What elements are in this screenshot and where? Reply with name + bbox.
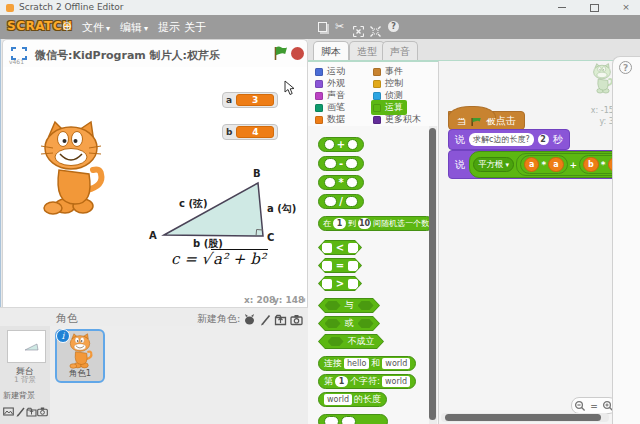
number-socket[interactable]	[324, 177, 336, 188]
boolean-socket[interactable]	[328, 337, 344, 346]
say-text-field[interactable]: 求解c边的长度?	[469, 133, 534, 146]
language-globe-icon[interactable]: ⊕	[62, 19, 72, 33]
chevron-down-icon: ▾	[144, 24, 148, 33]
operand-socket[interactable]	[348, 279, 358, 289]
less-than-block[interactable]: <	[318, 240, 362, 255]
mouse-cursor-icon	[284, 80, 295, 100]
length-of-block[interactable]: world的长度	[318, 392, 387, 407]
minimize-button[interactable]	[548, 0, 576, 15]
number-socket[interactable]	[324, 416, 339, 424]
number-socket[interactable]: 1	[333, 218, 346, 229]
green-flag-button[interactable]	[274, 46, 288, 65]
delete-scissors-icon[interactable]: ✂	[335, 20, 344, 33]
number-socket[interactable]	[347, 139, 358, 150]
zoom-out-button[interactable]	[574, 400, 586, 412]
zoom-reset-button[interactable]: =	[590, 401, 598, 411]
cat-sprite[interactable]	[31, 120, 111, 220]
boolean-socket[interactable]	[325, 319, 341, 328]
variable-a-block[interactable]: a	[548, 157, 563, 172]
variable-a-block[interactable]: a	[524, 157, 539, 172]
boolean-socket[interactable]	[358, 301, 374, 310]
number-socket[interactable]	[345, 196, 358, 207]
tab-scripts[interactable]: 脚本	[313, 41, 349, 60]
stop-button[interactable]	[291, 47, 304, 60]
operand-socket[interactable]	[322, 279, 332, 289]
stage-thumbnail[interactable]	[7, 330, 46, 363]
category-swatch	[315, 116, 323, 124]
text-socket[interactable]: world	[382, 358, 410, 369]
boolean-socket[interactable]	[358, 319, 374, 328]
help-icon[interactable]: ?	[388, 21, 399, 32]
tips-panel-flap[interactable]: ?	[612, 56, 640, 424]
number-socket[interactable]	[346, 177, 358, 188]
join-block[interactable]: 连接hello和world	[318, 356, 416, 371]
operand-socket[interactable]	[322, 261, 332, 271]
sqrt-dropdown[interactable]: 平方根▾	[473, 157, 514, 172]
number-socket[interactable]	[324, 196, 337, 207]
text-socket[interactable]: world	[382, 376, 410, 387]
scripts-hscrollbar-thumb[interactable]	[445, 414, 601, 421]
or-block[interactable]: 或	[318, 316, 380, 331]
operator-block-partial[interactable]	[318, 414, 388, 424]
paint-brush-icon[interactable]	[15, 402, 26, 413]
menu-file[interactable]: 文件▾	[82, 20, 110, 35]
operator-divide-block[interactable]: /	[318, 194, 364, 209]
pick-random-block[interactable]: 在1到10间随机选一个数	[318, 216, 434, 231]
number-socket[interactable]: 1	[335, 376, 348, 387]
seconds-field[interactable]: 2	[538, 134, 549, 145]
upload-backdrop-icon[interactable]	[26, 402, 37, 413]
collapse-arrow-icon[interactable]: ◂	[301, 295, 305, 304]
sprite-list: i 角色1	[50, 326, 308, 424]
operator-multiply-block[interactable]: *	[318, 175, 364, 190]
letter-of-block[interactable]: 第1个字符:world	[318, 374, 416, 389]
number-socket[interactable]	[341, 416, 356, 424]
camera-icon[interactable]	[290, 311, 303, 324]
tips-help-icon[interactable]: ?	[619, 61, 632, 74]
number-socket[interactable]: 10	[358, 218, 371, 229]
new-sprite-library-icon[interactable]	[243, 311, 256, 324]
operator-add-block[interactable]: +	[318, 137, 364, 152]
camera-icon[interactable]	[37, 402, 48, 413]
duplicate-stamp-icon[interactable]	[318, 22, 327, 32]
equals-block[interactable]: =	[318, 258, 362, 273]
menu-edit[interactable]: 编辑▾	[120, 20, 148, 35]
variable-b-block[interactable]: b	[583, 157, 599, 172]
close-button[interactable]: ×	[612, 0, 640, 15]
sqrt-of-block[interactable]: 平方根▾ a * a + b * b	[469, 151, 635, 178]
not-block[interactable]: 不成立	[318, 334, 384, 349]
triangle-diagram: A B C c (弦) a (勾) b (股)	[141, 167, 299, 253]
text-socket[interactable]: world	[324, 394, 352, 405]
tab-sounds[interactable]: 声音	[382, 41, 418, 60]
category-more-blocks[interactable]: 更多积木	[373, 113, 421, 126]
mouse-x-readout: x: 208	[244, 295, 275, 305]
text-socket[interactable]: hello	[344, 358, 369, 369]
tab-costumes[interactable]: 造型	[349, 41, 385, 60]
palette-scrollbar-thumb[interactable]	[429, 128, 436, 420]
when-flag-clicked-block[interactable]: 当 被点击	[448, 111, 525, 130]
category-data[interactable]: 数据	[315, 113, 345, 126]
backdrop-library-icon[interactable]	[3, 402, 14, 413]
maximize-button[interactable]	[580, 0, 608, 15]
menu-about[interactable]: 关于	[184, 20, 206, 35]
boolean-socket[interactable]	[325, 301, 341, 310]
operator-subtract-block[interactable]: -	[318, 156, 364, 171]
variable-monitor-b[interactable]: b 4	[222, 124, 278, 140]
number-socket[interactable]	[324, 139, 335, 150]
variable-monitor-a[interactable]: a 3	[222, 92, 278, 108]
category-swatch	[373, 80, 381, 88]
say-for-secs-block[interactable]: 说 求解c边的长度? 2 秒	[448, 129, 570, 150]
paint-brush-icon[interactable]	[259, 311, 272, 324]
and-block[interactable]: 与	[318, 298, 380, 313]
minimize-icon	[558, 7, 566, 8]
menu-tips[interactable]: 提示	[158, 20, 180, 35]
greater-than-block[interactable]: >	[318, 276, 362, 291]
sprite-thumbnail-selected[interactable]: i 角色1	[55, 329, 105, 383]
operand-socket[interactable]	[348, 261, 358, 271]
number-socket[interactable]	[345, 158, 358, 169]
number-socket[interactable]	[324, 158, 337, 169]
multiply-block[interactable]: a * a	[520, 155, 568, 174]
scratch2-editor-window: Scratch 2 Offline Editor × SCRATCH ⊕ 文件▾…	[0, 0, 640, 424]
operand-socket[interactable]	[322, 243, 332, 253]
upload-sprite-icon[interactable]	[274, 311, 287, 324]
operand-socket[interactable]	[348, 243, 358, 253]
